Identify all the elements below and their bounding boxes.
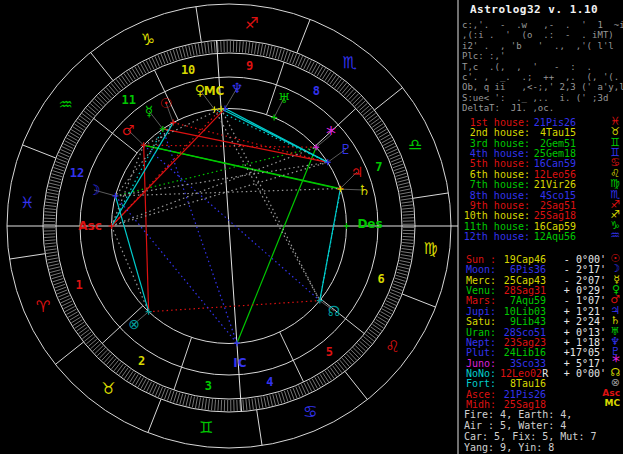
degree-tick (398, 269, 409, 272)
degree-tick (293, 388, 297, 398)
degree-tick (97, 348, 105, 356)
degree-tick (351, 350, 359, 358)
chart-info-line: S:ue< ': ._ ,.. i. (' ;3d (462, 93, 608, 103)
degree-tick (323, 373, 329, 382)
planet-glyph: ♃ (351, 164, 364, 180)
degree-tick (374, 322, 383, 328)
sign-boundary (402, 294, 436, 307)
degree-tick (173, 50, 176, 60)
zodiac-sign-glyph: ♏ (342, 53, 356, 72)
degree-tick (282, 392, 285, 402)
degree-tick (183, 395, 186, 406)
element-stats-line: Car: 5, Fix: 5, Mut: 7 (464, 431, 596, 442)
degree-tick (401, 252, 412, 254)
degree-tick (355, 98, 363, 106)
degree-tick (335, 79, 342, 88)
degree-tick (252, 398, 253, 409)
degree-tick (332, 77, 339, 86)
degree-tick (337, 362, 344, 371)
degree-tick (325, 371, 331, 380)
degree-tick (340, 83, 347, 91)
element-stats-line: Fire: 4, Earth: 4, (464, 409, 572, 420)
planet-row: Juno:3Sco33+ 5°17'* (458, 358, 623, 369)
chart-info-line: c'. , _. .; ++ ,. (, '(. (462, 72, 619, 82)
degree-tick (390, 155, 400, 159)
astrolog-window: ♈♉♊♋♌♍♎♏♐♑♒♓123456789101112☉☽☿♀♂♃♄♅♆♇*☊⊗… (0, 0, 623, 454)
degree-tick (252, 43, 253, 54)
degree-tick (158, 55, 162, 65)
degree-tick (284, 50, 287, 60)
degree-tick (180, 394, 183, 405)
aspect-line (144, 145, 341, 189)
zodiac-sign-glyph: ♒ (59, 95, 73, 114)
degree-tick (84, 334, 93, 341)
angle-label: MC (204, 84, 225, 98)
degree-tick (109, 85, 116, 93)
degree-tick (50, 180, 61, 183)
degree-tick (129, 70, 135, 79)
degree-tick (328, 369, 334, 378)
chart-info-line: i2' . , 'b ' ., ,'( l'l (462, 41, 614, 51)
sign-boundary (374, 88, 402, 110)
planet-glyph: ☊ (328, 303, 340, 319)
degree-tick (293, 54, 297, 64)
degree-tick (218, 400, 219, 411)
info-panel: Astrolog32 v. 1.10 c:,'. - .w ,- . ' 1 ~… (458, 0, 623, 454)
degree-tick (124, 370, 130, 379)
planet-glyph: ☽ (88, 182, 101, 198)
degree-tick (124, 74, 130, 83)
house-row: 7th house:21Vir26♍ (458, 179, 623, 190)
planet-glyph: ♂ (122, 122, 135, 138)
house-number: 2 (138, 354, 145, 368)
degree-tick (119, 77, 126, 86)
house-number: 3 (205, 379, 212, 393)
degree-tick (263, 45, 265, 56)
degree-tick (349, 352, 357, 360)
zodiac-sign-glyph: ♌ (385, 337, 399, 356)
aspect-line (115, 196, 148, 312)
zodiac-sign-glyph: ♊ (199, 418, 213, 437)
sign-boundary (196, 6, 201, 42)
degree-tick (84, 111, 93, 118)
sign-boundary (148, 399, 161, 433)
zodiac-sign-glyph: ♓ (20, 193, 34, 212)
degree-tick (47, 258, 58, 260)
degree-tick (86, 108, 94, 115)
house-number: 4 (266, 375, 273, 389)
degree-tick (46, 249, 57, 250)
degree-tick (335, 364, 342, 373)
degree-tick (395, 170, 405, 173)
house-number: 1 (75, 278, 82, 292)
degree-tick (346, 89, 353, 97)
degree-tick (246, 399, 247, 410)
degree-tick (399, 189, 410, 191)
zodiac-sign-glyph: ♎ (408, 135, 422, 154)
degree-tick (111, 83, 118, 91)
degree-tick (55, 164, 65, 168)
planet-glyph: ⊗ (128, 316, 140, 332)
degree-tick (54, 281, 64, 285)
degree-tick (48, 189, 59, 191)
house-row: 8th house:4Sco15♏ (458, 190, 623, 201)
degree-tick (401, 195, 412, 197)
degree-tick (211, 399, 212, 410)
degree-tick (371, 118, 380, 124)
degree-tick (121, 76, 127, 85)
degree-tick (95, 346, 103, 354)
degree-tick (401, 255, 412, 257)
degree-tick (52, 171, 62, 174)
degree-tick (49, 183, 60, 186)
house-number: 5 (326, 345, 333, 359)
degree-tick (359, 103, 367, 110)
house-number: 7 (375, 160, 382, 174)
sign-icon: ♒ (610, 230, 620, 241)
planet-row: Mars:7Aqu59- 1°07'♂ (458, 295, 623, 306)
degree-tick (177, 393, 180, 404)
house-row: 6th house:12Leo56♌ (458, 169, 623, 180)
planet-row: Sun :19Cap46- 0°00'☉ (458, 254, 623, 265)
degree-tick (290, 389, 294, 399)
degree-tick (195, 397, 197, 408)
degree-tick (55, 284, 65, 288)
degree-tick (208, 399, 209, 410)
sign-boundary (22, 145, 56, 158)
